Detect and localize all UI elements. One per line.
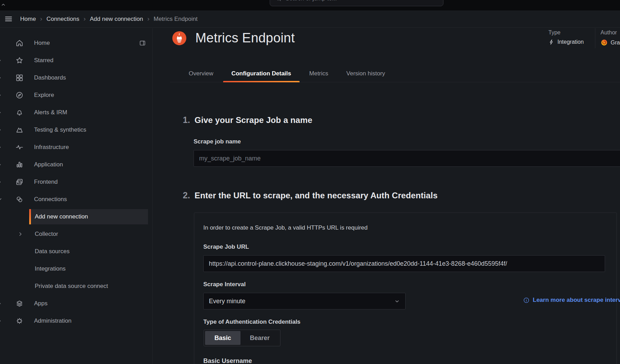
compass-icon [15,91,24,99]
browser-icon [15,178,24,186]
grid-icon [15,74,24,82]
sidebar-item-label: Starred [34,57,54,64]
breadcrumb-bar: Home›Connections›Add new connection›Metr… [0,10,620,28]
bolt-icon [548,39,555,45]
auth-type-toggle: BasicBearer [204,330,280,346]
grafana-app: Search or jump to... Home›Connections›Ad… [0,0,620,364]
sidebar-item-label: Explore [34,92,54,99]
sidebar: HomeStarredDashboardsExploreAlerts & IRM… [0,28,153,364]
sidebar-item-add-new-connection[interactable]: Add new connection [0,208,152,225]
sidebar-item-label: Apps [34,300,48,307]
page-header: Metrics Endpoint [172,31,295,46]
sidebar-item-label: Frontend [34,179,58,185]
chevron-down-icon [0,196,3,203]
sidebar-item-infrastructure[interactable]: Infrastructure [0,139,152,156]
meta-author: Author Grafana [601,30,620,46]
top-bar: Search or jump to... [0,0,620,10]
sidebar-item-label: Integrations [35,265,66,272]
sidebar-item-application[interactable]: Application [0,156,152,173]
sidebar-item-frontend[interactable]: Frontend [0,173,152,191]
breadcrumb-item-connections[interactable]: Connections [47,16,80,23]
sidebar-item-label: Connections [34,196,67,203]
sidebar-item-collector[interactable]: Collector [0,225,152,243]
scrape-job-url-input[interactable] [203,255,605,272]
breadcrumb-separator: › [40,15,42,22]
url-requirement-hint: In order to create a Scrape Job, a valid… [203,224,368,231]
sidebar-item-label: Testing & synthetics [34,126,86,133]
type-label: Type [548,30,584,36]
sidebar-item-alerts-irm[interactable]: Alerts & IRM [0,104,152,121]
breadcrumb-item-add-new-connection[interactable]: Add new connection [90,16,143,23]
sidebar-item-apps[interactable]: Apps [0,295,152,312]
breadcrumb-item-metrics-endpoint: Metrics Endpoint [154,16,198,23]
learn-more-label: Learn more about scrape intervals [533,297,620,304]
author-value: Grafana [611,40,620,46]
prometheus-logo-icon [172,31,187,46]
chevron-right-icon [0,300,3,307]
breadcrumb-item-home[interactable]: Home [20,16,36,23]
tab-metrics[interactable]: Metrics [300,65,337,82]
sidebar-item-connections[interactable]: Connections [0,191,152,208]
auth-option-bearer[interactable]: Bearer [240,331,279,345]
pulse-icon [15,143,24,151]
chevron-right-icon [0,109,3,116]
meta-divider [595,28,595,48]
sidebar-item-testing-synthetics[interactable]: Testing & synthetics [0,121,152,139]
step-title: Enter the URL to scrape, and the necessa… [195,191,438,200]
step-2-heading: 2. Enter the URL to scrape, and the nece… [183,190,438,200]
house-icon [15,39,24,47]
scrape-job-name-input[interactable] [194,150,620,167]
sidebar-item-label: Administration [34,317,72,324]
chevron-right-icon [0,126,3,133]
sidebar-item-starred[interactable]: Starred [0,52,152,69]
scrape-config-panel: In order to create a Scrape Job, a valid… [194,213,617,364]
scrape-interval-value: Every minute [209,298,245,305]
sidebar-item-administration[interactable]: Administration [0,312,152,330]
sidebar-item-label: Alerts & IRM [34,109,67,116]
sidebar-item-label: Private data source connect [35,283,108,290]
learn-more-link[interactable]: Learn more about scrape intervals [523,297,620,304]
search-input[interactable]: Search or jump to... [270,0,443,6]
chevron-right-icon [0,144,3,151]
gear-icon [15,317,24,325]
breadcrumb: Home›Connections›Add new connection›Metr… [20,16,198,23]
type-value: Integration [557,39,584,45]
sidebar-item-data-sources[interactable]: Data sources [0,243,152,260]
rings-icon [15,195,24,204]
sidebar-item-explore[interactable]: Explore [0,86,152,104]
sidebar-item-label: Application [34,161,63,168]
tab-version-history[interactable]: Version history [337,65,394,82]
star-icon [15,56,24,65]
bell-icon [15,108,24,117]
chevron-right-icon [17,231,23,237]
chevron-right-icon [0,317,3,324]
step-1-heading: 1. Give your Scrape Job a name [183,115,312,125]
menu-toggle-button[interactable] [3,14,14,25]
sidebar-item-private-data-source-connect[interactable]: Private data source connect [0,278,152,295]
layers-icon [15,299,24,308]
page-title: Metrics Endpoint [195,31,295,46]
auth-option-basic[interactable]: Basic [205,331,240,345]
search-icon [275,0,282,2]
sidebar-item-label: Infrastructure [34,144,69,151]
sidebar-item-home[interactable]: Home [0,34,152,52]
main-content: Metrics Endpoint Type Integration Author… [153,28,620,364]
step-title: Give your Scrape Job a name [195,115,312,125]
sidebar-item-dashboards[interactable]: Dashboards [0,69,152,86]
tab-overview[interactable]: Overview [180,65,222,82]
chevron-right-icon [0,161,3,168]
search-placeholder: Search or jump to... [285,0,337,2]
author-label: Author [601,30,620,36]
info-icon [523,297,530,304]
scrape-job-url-label: Scrape Job URL [203,243,249,250]
chevron-right-icon [0,57,3,64]
chevron-down-icon [394,298,400,304]
sidebar-item-label: Add new connection [35,213,88,220]
dock-menu-icon[interactable] [139,40,146,47]
breadcrumb-separator: › [147,15,149,22]
chevron-right-icon [0,74,3,81]
step-number: 2. [183,190,190,200]
scrape-interval-select[interactable]: Every minute [203,293,406,309]
sidebar-item-integrations[interactable]: Integrations [0,260,152,278]
tab-configuration-details[interactable]: Configuration Details [222,65,300,82]
